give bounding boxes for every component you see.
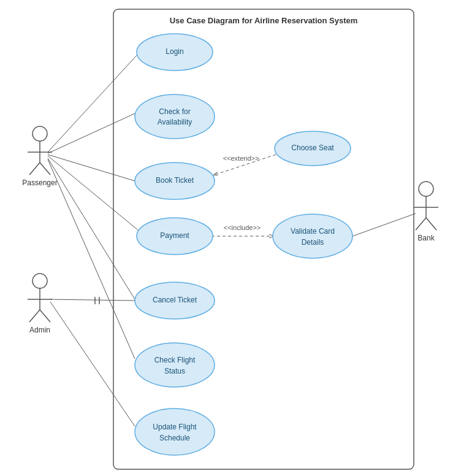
check-avail-text2: Availability — [158, 118, 192, 126]
passenger-payment-line — [48, 156, 138, 230]
update-flight-text: Update Flight — [153, 423, 197, 431]
diagram-title: Use Case Diagram for Airline Reservation… — [170, 16, 358, 25]
admin-update-line — [50, 302, 135, 426]
bank-validate-line — [352, 213, 416, 236]
check-flight-text2: Status — [164, 367, 185, 375]
admin-actor-head — [32, 274, 47, 288]
passenger-checkavail-line — [48, 113, 135, 153]
book-ticket-text: Book Ticket — [156, 176, 194, 185]
passenger-bookticket-line — [48, 155, 135, 181]
passenger-cancel-line — [48, 158, 135, 299]
passenger-login-line — [48, 54, 138, 152]
admin-cancel-line — [50, 299, 135, 301]
check-flight-text: Check Flight — [154, 356, 196, 364]
admin-actor-right-leg — [40, 310, 50, 322]
update-flight-ellipse — [135, 409, 215, 455]
validate-card-text2: Details — [302, 238, 324, 247]
validate-card-text: Validate Card — [291, 227, 335, 236]
validate-card-ellipse — [273, 214, 352, 258]
passenger-actor-left-leg — [29, 163, 40, 175]
login-text: Login — [166, 47, 183, 56]
update-flight-text2: Schedule — [159, 434, 190, 442]
bank-actor-left-leg — [416, 218, 426, 230]
cancel-ticket-text: Cancel Ticket — [153, 296, 197, 304]
passenger-checkflight-line — [48, 159, 135, 359]
bank-actor-head — [419, 182, 433, 196]
admin-actor-left-leg — [29, 310, 40, 322]
main-svg: Use Case Diagram for Airline Reservation… — [0, 0, 461, 476]
bank-actor-right-leg — [426, 218, 436, 230]
passenger-actor-head — [32, 126, 47, 141]
extend-label: <<extend>> — [223, 155, 259, 162]
admin-label: Admin — [29, 326, 50, 334]
passenger-actor-right-leg — [40, 163, 50, 175]
include-label: <<include>> — [224, 224, 261, 231]
passenger-label: Passenger — [22, 178, 57, 187]
choose-seat-text: Choose Seat — [291, 144, 334, 152]
check-avail-ellipse — [135, 94, 215, 139]
bank-label: Bank — [417, 234, 435, 242]
check-flight-ellipse — [135, 343, 215, 387]
payment-text: Payment — [160, 231, 189, 240]
check-avail-text: Check for — [159, 107, 190, 116]
diagram-container: Use Case Diagram for Airline Reservation… — [0, 0, 461, 476]
